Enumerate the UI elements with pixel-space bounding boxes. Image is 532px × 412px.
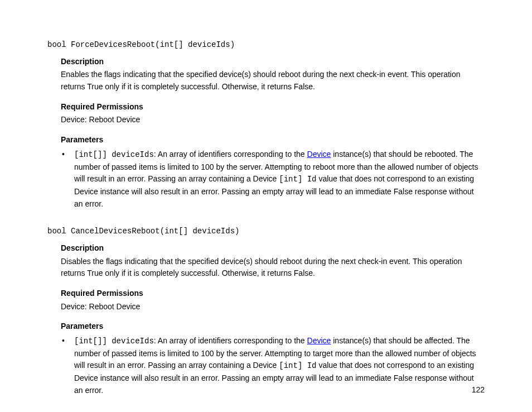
param-inline-code: [int] Id — [279, 175, 316, 184]
description-label: Description — [61, 242, 485, 255]
parameter-item: [int[]] deviceIds: An array of identifie… — [61, 148, 485, 210]
method-section: Description Disables the flags indicatin… — [47, 242, 485, 397]
description-text: Disables the flags indicating that the s… — [61, 256, 485, 280]
param-type: [int[]] deviceIds — [74, 150, 154, 159]
parameters-label: Parameters — [61, 320, 485, 333]
permissions-block: Required Permissions Device: Reboot Devi… — [61, 101, 485, 126]
param-text-a: : An array of identifiers corresponding … — [154, 336, 307, 345]
method-signature: bool ForceDevicesReboot(int[] deviceIds) — [47, 39, 485, 51]
parameter-item: [int[]] deviceIds: An array of identifie… — [61, 335, 485, 396]
param-text-a: : An array of identifiers corresponding … — [154, 150, 307, 159]
permissions-block: Required Permissions Device: Reboot Devi… — [61, 288, 485, 313]
device-link[interactable]: Device — [307, 336, 331, 345]
param-type: [int[]] deviceIds — [74, 337, 154, 346]
permissions-label: Required Permissions — [61, 101, 485, 113]
permissions-text: Device: Reboot Device — [61, 114, 485, 126]
device-link[interactable]: Device — [307, 150, 331, 159]
parameters-label: Parameters — [61, 134, 485, 146]
page-number: 122 — [472, 384, 485, 396]
param-inline-code: [int] Id — [279, 361, 316, 370]
permissions-label: Required Permissions — [61, 288, 485, 300]
parameters-list: [int[]] deviceIds: An array of identifie… — [61, 148, 485, 210]
description-text: Enables the flags indicating that the sp… — [61, 69, 485, 93]
permissions-text: Device: Reboot Device — [61, 301, 485, 313]
method-signature: bool CancelDevicesReboot(int[] deviceIds… — [47, 226, 485, 238]
method-section: Description Enables the flags indicating… — [47, 56, 485, 210]
description-label: Description — [61, 56, 485, 68]
parameters-list: [int[]] deviceIds: An array of identifie… — [61, 335, 485, 396]
